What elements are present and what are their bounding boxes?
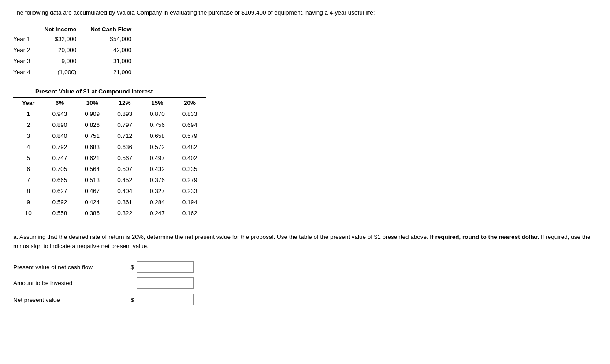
pv-15pct-6: 0.432: [141, 163, 174, 175]
pv-year-8: 8: [13, 186, 44, 197]
invested-input-cell: [135, 275, 194, 291]
pv-row-6: 6 0.705 0.564 0.507 0.432 0.335: [13, 163, 206, 175]
pv-header-15pct: 15%: [141, 97, 174, 108]
pv-row-7: 7 0.665 0.513 0.452 0.376 0.279: [13, 175, 206, 186]
pv-row-8: 8 0.627 0.467 0.404 0.327 0.233: [13, 186, 206, 197]
pv-12pct-1: 0.893: [108, 108, 141, 119]
income-net-income-3: 9,000: [37, 56, 84, 67]
income-year-2: Year 2: [13, 45, 37, 56]
pv-10pct-5: 0.621: [76, 152, 108, 163]
pv-year-9: 9: [13, 197, 44, 208]
pv-20pct-7: 0.279: [174, 175, 206, 186]
income-row-1: Year 1 $32,000 $54,000: [13, 33, 138, 45]
pv-15pct-2: 0.756: [141, 119, 174, 130]
pv-year-4: 4: [13, 141, 44, 152]
income-net-cash-flow-2: 42,000: [83, 45, 138, 56]
pv-20pct-8: 0.233: [174, 186, 206, 197]
pv-20pct-4: 0.482: [174, 141, 206, 152]
pv-20pct-3: 0.579: [174, 130, 206, 141]
income-net-income-4: (1,000): [37, 67, 84, 78]
pv-15pct-4: 0.572: [141, 141, 174, 152]
question-text-bold: If required, round to the nearest dollar…: [430, 234, 539, 240]
pv-12pct-9: 0.361: [108, 197, 141, 208]
invested-label: Amount to be invested: [13, 275, 128, 291]
pv-15pct-3: 0.658: [141, 130, 174, 141]
pv-dollar-sign: $: [128, 259, 135, 275]
pv-10pct-2: 0.826: [76, 119, 108, 130]
pv-20pct-2: 0.694: [174, 119, 206, 130]
pv-15pct-5: 0.497: [141, 152, 174, 163]
pv-10pct-6: 0.564: [76, 163, 108, 175]
income-row-3: Year 3 9,000 31,000: [13, 56, 138, 67]
income-net-income-2: 20,000: [37, 45, 84, 56]
pv-year-6: 6: [13, 163, 44, 175]
pv-6pct-4: 0.792: [44, 141, 76, 152]
pv-year-7: 7: [13, 175, 44, 186]
pv-table: Year6%10%12%15%20% 1 0.943 0.909 0.893 0…: [13, 97, 206, 219]
npv-input-cell: [135, 291, 194, 308]
pv-20pct-6: 0.335: [174, 163, 206, 175]
pv-header-year: Year: [13, 97, 44, 108]
pv-15pct-8: 0.327: [141, 186, 174, 197]
pv-20pct-5: 0.402: [174, 152, 206, 163]
pv-10pct-7: 0.513: [76, 175, 108, 186]
pv-input[interactable]: [137, 261, 194, 273]
pv-6pct-2: 0.890: [44, 119, 76, 130]
invested-input[interactable]: [137, 277, 194, 289]
pv-row-2: 2 0.890 0.826 0.797 0.756 0.694: [13, 119, 206, 130]
pv-12pct-3: 0.712: [108, 130, 141, 141]
pv-10pct-3: 0.751: [76, 130, 108, 141]
pv-15pct-1: 0.870: [141, 108, 174, 119]
pv-12pct-2: 0.797: [108, 119, 141, 130]
pv-15pct-10: 0.247: [141, 208, 174, 219]
pv-6pct-10: 0.558: [44, 208, 76, 219]
pv-15pct-9: 0.284: [141, 197, 174, 208]
pv-row-3: 3 0.840 0.751 0.712 0.658 0.579: [13, 130, 206, 141]
pv-6pct-5: 0.747: [44, 152, 76, 163]
income-year-4: Year 4: [13, 67, 37, 78]
pv-10pct-4: 0.683: [76, 141, 108, 152]
answer-table: Present value of net cash flow $ Amount …: [13, 259, 194, 308]
income-row-2: Year 2 20,000 42,000: [13, 45, 138, 56]
npv-label: Net present value: [13, 291, 128, 308]
question-text: a. Assuming that the desired rate of ret…: [13, 232, 597, 251]
pv-20pct-10: 0.162: [174, 208, 206, 219]
pv-title: Present Value of $1 at Compound Interest: [35, 88, 597, 95]
income-net-cash-flow-4: 21,000: [83, 67, 138, 78]
npv-input[interactable]: [137, 294, 194, 305]
pv-6pct-1: 0.943: [44, 108, 76, 119]
pv-12pct-6: 0.507: [108, 163, 141, 175]
pv-year-2: 2: [13, 119, 44, 130]
pv-12pct-7: 0.452: [108, 175, 141, 186]
income-net-income-1: $32,000: [37, 33, 84, 45]
pv-6pct-7: 0.665: [44, 175, 76, 186]
income-year-3: Year 3: [13, 56, 37, 67]
pv-6pct-3: 0.840: [44, 130, 76, 141]
pv-6pct-8: 0.627: [44, 186, 76, 197]
income-net-cash-flow-3: 31,000: [83, 56, 138, 67]
pv-row-10: 10 0.558 0.386 0.322 0.247 0.162: [13, 208, 206, 219]
pv-row-5: 5 0.747 0.621 0.567 0.497 0.402: [13, 152, 206, 163]
answer-row-invested: Amount to be invested: [13, 275, 194, 291]
pv-15pct-7: 0.376: [141, 175, 174, 186]
income-net-cash-flow-1: $54,000: [83, 33, 138, 45]
pv-12pct-4: 0.636: [108, 141, 141, 152]
question-section: a. Assuming that the desired rate of ret…: [13, 232, 597, 308]
pv-6pct-6: 0.705: [44, 163, 76, 175]
income-col-net-income: Net Income: [37, 25, 84, 33]
pv-header-10pct: 10%: [76, 97, 108, 108]
pv-header-6pct: 6%: [44, 97, 76, 108]
pv-header-12pct: 12%: [108, 97, 141, 108]
income-table: Net Income Net Cash Flow Year 1 $32,000 …: [13, 25, 138, 78]
pv-20pct-9: 0.194: [174, 197, 206, 208]
pv-6pct-9: 0.592: [44, 197, 76, 208]
income-col-net-cash-flow: Net Cash Flow: [83, 25, 138, 33]
pv-12pct-8: 0.404: [108, 186, 141, 197]
pv-row-1: 1 0.943 0.909 0.893 0.870 0.833: [13, 108, 206, 119]
pv-10pct-10: 0.386: [76, 208, 108, 219]
pv-year-10: 10: [13, 208, 44, 219]
pv-year-1: 1: [13, 108, 44, 119]
npv-dollar-sign: $: [128, 291, 135, 308]
pv-label: Present value of net cash flow: [13, 259, 128, 275]
pv-12pct-10: 0.322: [108, 208, 141, 219]
